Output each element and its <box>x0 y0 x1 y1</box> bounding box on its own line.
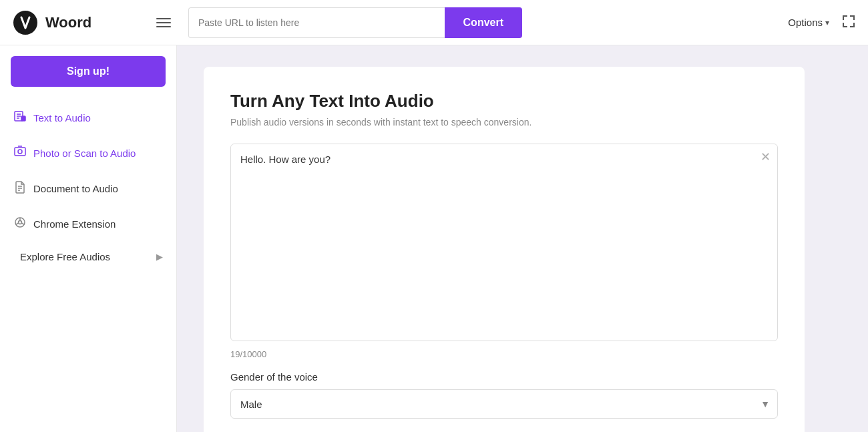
sidebar-item-chrome-left: Chrome Extension <box>13 216 116 232</box>
text-input[interactable] <box>231 144 777 338</box>
svg-line-14 <box>22 223 25 224</box>
header-right: Options ▾ <box>788 13 857 32</box>
chrome-extension-icon <box>13 216 27 232</box>
signup-button[interactable]: Sign up! <box>11 56 166 87</box>
sidebar-item-document-to-audio[interactable]: Document to Audio <box>0 171 176 206</box>
svg-line-13 <box>16 223 19 224</box>
page-title: Turn Any Text Into Audio <box>230 91 778 112</box>
sidebar-item-explore-free-audios[interactable]: Explore Free Audios ▶ <box>0 242 176 272</box>
explore-chevron-icon: ▶ <box>156 252 163 262</box>
content-card: Turn Any Text Into Audio Publish audio v… <box>204 67 805 432</box>
convert-button[interactable]: Convert <box>445 7 522 38</box>
gender-select-wrapper: Male Female ▼ <box>230 389 778 419</box>
hamburger-line-3 <box>156 26 171 27</box>
sidebar-item-chrome-extension[interactable]: Chrome Extension <box>0 206 176 242</box>
sidebar: Sign up! Text to Audio <box>0 45 177 432</box>
layout: Sign up! Text to Audio <box>0 45 868 432</box>
svg-rect-5 <box>15 148 25 156</box>
hamburger-button[interactable] <box>152 14 175 31</box>
svg-rect-4 <box>21 116 25 121</box>
svg-point-6 <box>18 150 22 154</box>
photo-scan-label: Photo or Scan to Audio <box>33 148 136 159</box>
expand-icon <box>843 15 855 27</box>
page-subtitle: Publish audio versions in seconds with i… <box>230 117 778 128</box>
sidebar-item-text-to-audio[interactable]: Text to Audio <box>0 100 176 136</box>
sidebar-item-text-to-audio-left: Text to Audio <box>13 110 91 126</box>
logo-icon <box>11 8 40 37</box>
logo-text: Woord <box>45 14 91 31</box>
chrome-extension-label: Chrome Extension <box>33 218 116 230</box>
gender-label: Gender of the voice <box>230 371 778 383</box>
options-chevron-icon: ▾ <box>825 18 829 27</box>
photo-scan-icon <box>13 145 27 162</box>
explore-label: Explore Free Audios <box>20 251 110 262</box>
sidebar-item-photo-left: Photo or Scan to Audio <box>13 145 136 162</box>
text-to-audio-icon <box>13 110 27 126</box>
hamburger-line-2 <box>156 22 171 23</box>
document-icon <box>13 180 27 197</box>
expand-button[interactable] <box>840 13 857 32</box>
options-label: Options <box>788 17 823 28</box>
clear-button[interactable]: ✕ <box>761 151 771 163</box>
main-content: Turn Any Text Into Audio Publish audio v… <box>177 45 868 432</box>
options-button[interactable]: Options ▾ <box>788 17 829 28</box>
hamburger-line-1 <box>156 18 171 19</box>
text-to-audio-label: Text to Audio <box>33 112 91 124</box>
sidebar-item-photo-scan-to-audio[interactable]: Photo or Scan to Audio <box>0 136 176 171</box>
char-count: 19/10000 <box>230 349 778 359</box>
text-area-wrapper: ✕ <box>230 144 778 341</box>
url-input[interactable] <box>188 7 445 38</box>
logo-area: Woord <box>11 8 144 37</box>
sidebar-item-document-left: Document to Audio <box>13 180 118 197</box>
svg-point-11 <box>19 221 22 224</box>
document-label: Document to Audio <box>33 183 118 194</box>
url-bar: Convert <box>188 7 522 38</box>
header: Woord Convert Options ▾ <box>0 0 868 45</box>
gender-select[interactable]: Male Female <box>230 389 778 419</box>
sidebar-item-explore-left: Explore Free Audios <box>13 251 110 262</box>
